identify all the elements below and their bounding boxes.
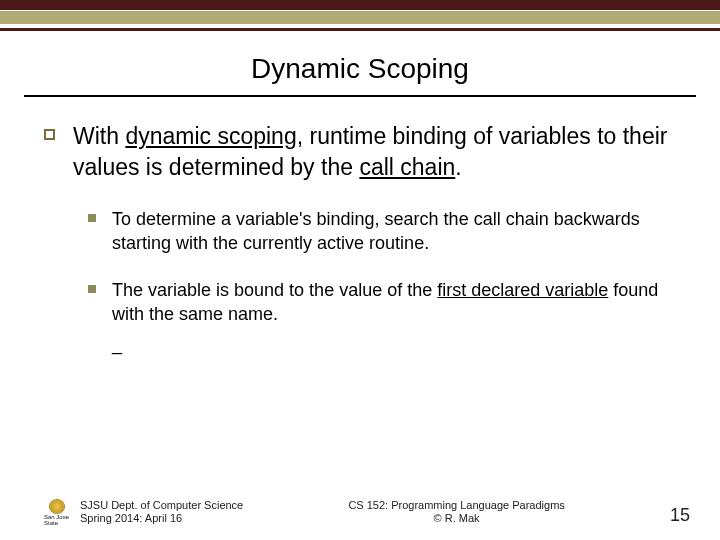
slide-content: With dynamic scoping, runtime binding of… [0, 97, 720, 357]
underlined-phrase: dynamic scoping [125, 123, 296, 149]
slide-title: Dynamic Scoping [0, 53, 720, 85]
square-filled-icon [88, 285, 96, 293]
logo-burst-icon [50, 500, 64, 513]
bullet-text-sub1: To determine a variable's binding, searc… [112, 207, 676, 256]
bar-olive [0, 10, 720, 24]
page-number: 15 [670, 505, 690, 526]
bullet-level2: The variable is bound to the value of th… [88, 278, 676, 357]
bar-dark-thin [0, 28, 720, 31]
decorative-top-bars [0, 0, 720, 31]
underlined-phrase: call chain [359, 154, 455, 180]
bullet-level1: With dynamic scoping, runtime binding of… [44, 121, 676, 183]
square-filled-icon [88, 214, 96, 222]
bullet-level2: To determine a variable's binding, searc… [88, 207, 676, 256]
text-fragment: With [73, 123, 125, 149]
underlined-phrase: first declared variable [437, 280, 608, 300]
slide: Dynamic Scoping With dynamic scoping, ru… [0, 0, 720, 540]
footer-center: CS 152: Programming Language Paradigms ©… [243, 499, 670, 527]
logo-text: San Jose State [44, 514, 70, 526]
bullet-text-main: With dynamic scoping, runtime binding of… [73, 121, 676, 183]
slide-footer: San Jose State SJSU Dept. of Computer Sc… [0, 499, 720, 527]
sjsu-logo-icon: San Jose State [44, 500, 70, 526]
footer-course: CS 152: Programming Language Paradigms [243, 499, 670, 513]
text-fragment: The variable is bound to the value of th… [112, 280, 437, 300]
footer-left-text: SJSU Dept. of Computer Science Spring 20… [80, 499, 243, 527]
sub-bullets: To determine a variable's binding, searc… [88, 207, 676, 356]
footer-dept: SJSU Dept. of Computer Science [80, 499, 243, 513]
bullet-text-sub2: The variable is bound to the value of th… [112, 278, 676, 357]
square-outline-icon [44, 129, 55, 140]
footer-left: San Jose State SJSU Dept. of Computer Sc… [44, 499, 243, 527]
text-fragment: . [455, 154, 461, 180]
bar-dark-top [0, 0, 720, 10]
footer-term: Spring 2014: April 16 [80, 512, 243, 526]
trailing-underscore: _ [112, 332, 676, 356]
footer-copyright: © R. Mak [243, 512, 670, 526]
